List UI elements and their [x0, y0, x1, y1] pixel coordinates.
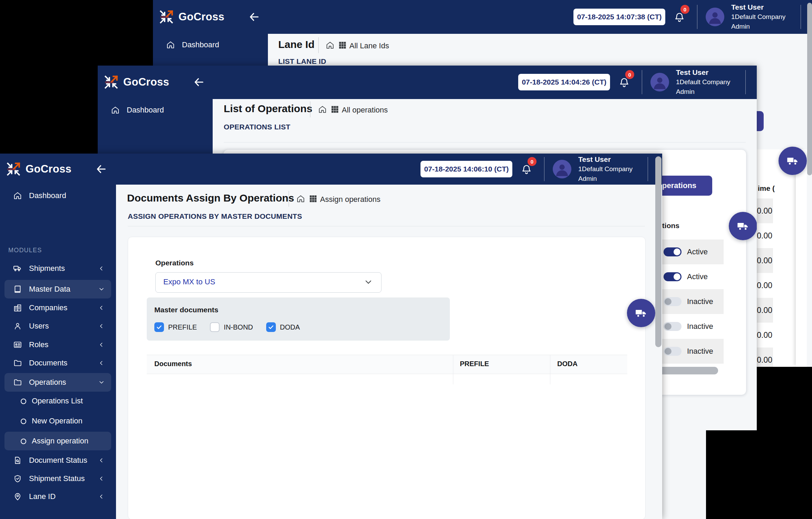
- user-company: 1Default Company: [676, 77, 757, 87]
- grid-breadcrumb-icon[interactable]: [309, 194, 318, 203]
- section-title: ASSIGN OPERATIONS BY MASTER DOCUMENTS: [128, 212, 302, 221]
- svg-text:CROSS: CROSS: [160, 16, 169, 18]
- header-divider: [544, 157, 544, 181]
- sidebar-item-label: Assign operation: [32, 437, 88, 445]
- sidebar-item-shipment-status[interactable]: Shipment Status: [0, 470, 115, 488]
- home-breadcrumb-icon[interactable]: [318, 105, 327, 114]
- sidebar-item-master-data[interactable]: Master Data: [4, 280, 111, 298]
- sidebar-item-dashboard[interactable]: Dashboard: [98, 101, 213, 119]
- folder-icon: [13, 359, 22, 368]
- status-toggle[interactable]: [664, 247, 682, 256]
- sidebar-item-operations-list[interactable]: Operations List: [0, 392, 115, 410]
- header-divider: [801, 5, 801, 29]
- brand-name: GoCross: [26, 163, 71, 175]
- building-icon: [13, 303, 22, 312]
- avatar[interactable]: [650, 73, 669, 91]
- sidebar-item-assign-operation[interactable]: Assign operation: [4, 432, 111, 450]
- checkbox-label: PREFILE: [168, 323, 197, 331]
- chevron-left-icon: [98, 323, 105, 330]
- in-bond-checkbox[interactable]: [210, 322, 220, 332]
- home-icon: [13, 191, 22, 200]
- breadcrumb[interactable]: All Lane Ids: [349, 41, 389, 50]
- user-role: Admin: [731, 22, 812, 31]
- sidebar-item-new-operation[interactable]: New Operation: [0, 412, 115, 430]
- sidebar-item-document-status[interactable]: Document Status: [0, 451, 115, 469]
- status-toggle[interactable]: [664, 347, 682, 356]
- top-bar: CROSS GoCross 07-18-2025 14:04:26 (CT) 0…: [98, 66, 757, 99]
- desktop: { "brand": "GoCross", "notifications_bad…: [0, 0, 812, 519]
- clock-display[interactable]: 07-18-2025 14:06:10 (CT): [420, 161, 512, 177]
- horizontal-scrollbar[interactable]: [658, 367, 718, 374]
- status-label: Active: [687, 247, 708, 256]
- sidebar-item-users[interactable]: Users: [0, 317, 115, 335]
- header-divider: [648, 157, 648, 181]
- page-title: List of Operations: [224, 103, 312, 115]
- sidebar-item-roles[interactable]: Roles: [0, 336, 115, 354]
- home-icon: [166, 40, 175, 49]
- sidebar-item-label: Operations List: [32, 396, 83, 405]
- home-breadcrumb-icon[interactable]: [296, 194, 305, 203]
- vertical-scrollbar[interactable]: [655, 156, 661, 347]
- prefile-checkbox[interactable]: [154, 322, 164, 332]
- truck-fab-button[interactable]: [779, 147, 807, 175]
- status-toggle[interactable]: [664, 322, 682, 331]
- sidebar-collapse-icon[interactable]: [95, 163, 107, 175]
- column-header-prefile: PREFILE: [460, 360, 489, 368]
- checkbox-row: PREFILE IN-BOND DODA: [154, 322, 300, 332]
- brand-name: GoCross: [123, 76, 169, 88]
- sidebar-item-label: Users: [29, 322, 49, 331]
- breadcrumb[interactable]: Assign operations: [320, 195, 380, 204]
- sidebar-item-dashboard[interactable]: Dashboard: [153, 36, 268, 54]
- shield-check-icon: [13, 474, 22, 483]
- sidebar-collapse-icon[interactable]: [193, 76, 205, 88]
- timestamp: 07-18-2025 14:06:10 (CT): [424, 165, 509, 173]
- section-title: OPERATIONS LIST: [224, 123, 290, 131]
- user-role: Admin: [578, 174, 661, 184]
- status-toggle[interactable]: [664, 297, 682, 306]
- sidebar-item-label: Dashboard: [127, 106, 164, 115]
- breadcrumb-divider: [289, 191, 289, 207]
- avatar[interactable]: [706, 8, 724, 26]
- documents-table-header: [147, 355, 627, 374]
- truck-fab-button[interactable]: [729, 212, 757, 240]
- status-toggle[interactable]: [664, 272, 682, 281]
- section-divider: [224, 142, 746, 143]
- sidebar-item-shipments[interactable]: Shipments: [0, 260, 115, 277]
- column-header-documents: Documents: [154, 360, 192, 368]
- clock-display[interactable]: 07-18-2025 14:07:38 (CT): [573, 9, 665, 25]
- home-icon: [111, 106, 120, 115]
- sidebar-item-lane-id[interactable]: Lane ID: [0, 488, 115, 506]
- sidebar-item-label: Document Status: [29, 456, 87, 465]
- vertical-scrollbar[interactable]: [807, 3, 812, 175]
- operations-select[interactable]: Expo MX to US: [155, 272, 381, 293]
- sidebar-item-operations[interactable]: Operations: [4, 373, 111, 392]
- gocross-logo-icon: CROSS: [6, 161, 21, 177]
- column-header-time: ime (: [758, 184, 775, 193]
- grid-breadcrumb-icon[interactable]: [330, 105, 339, 114]
- sidebar-item-companies[interactable]: Companies: [0, 299, 115, 317]
- master-documents-label: Master documents: [154, 306, 219, 314]
- chevron-left-icon: [98, 341, 105, 348]
- sidebar-item-dashboard[interactable]: Dashboard: [0, 187, 115, 205]
- operations-button-label: Operations: [656, 181, 696, 190]
- column-divider: [550, 355, 550, 384]
- bullet-circle-icon: [21, 399, 26, 404]
- user-info[interactable]: Test User 1Default Company Admin: [578, 155, 661, 184]
- sidebar-item-label: Operations: [29, 378, 66, 387]
- sidebar-item-documents[interactable]: Documents: [0, 354, 115, 372]
- breadcrumb[interactable]: All operations: [342, 106, 388, 115]
- avatar[interactable]: [553, 160, 571, 178]
- home-breadcrumb-icon[interactable]: [326, 41, 335, 50]
- clock-display[interactable]: 07-18-2025 14:04:26 (CT): [518, 74, 610, 90]
- sidebar-collapse-icon[interactable]: [248, 11, 260, 23]
- book-icon: [13, 285, 22, 294]
- grid-breadcrumb-icon[interactable]: [338, 41, 347, 50]
- doda-checkbox[interactable]: [266, 322, 276, 332]
- chevron-left-icon: [98, 265, 105, 272]
- user-info[interactable]: Test User 1Default Company Admin: [731, 2, 812, 31]
- truck-fab-button[interactable]: [627, 299, 655, 327]
- master-documents-box: [147, 297, 450, 341]
- chevron-left-icon: [98, 475, 105, 482]
- sidebar-item-label: Companies: [29, 303, 67, 312]
- user-info[interactable]: Test User 1Default Company Admin: [676, 68, 757, 97]
